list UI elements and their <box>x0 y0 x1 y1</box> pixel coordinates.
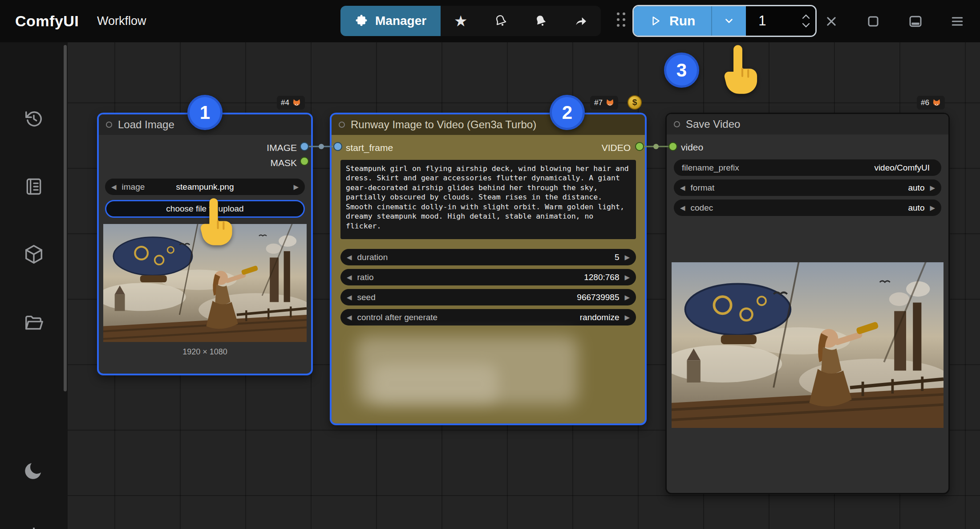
comfyui-app: Load Image IMAGE MASK ◀ image steampunk.… <box>0 0 980 529</box>
manager-button[interactable]: Manager <box>340 6 441 36</box>
pointing-hand-cursor <box>716 44 760 97</box>
history-icon[interactable] <box>21 106 46 131</box>
folder-icon[interactable] <box>21 310 46 335</box>
slot-image-output: IMAGE <box>99 140 311 155</box>
decrement-arrow-icon[interactable]: ◀ <box>347 253 352 261</box>
settings-gear-icon[interactable] <box>21 525 46 529</box>
codec-widget[interactable]: ◀ codec auto ▶ <box>674 199 941 216</box>
batch-count-field[interactable]: 1 <box>746 6 815 36</box>
prev-arrow-icon[interactable]: ◀ <box>111 183 117 191</box>
format-widget[interactable]: ◀ format auto ▶ <box>674 179 941 196</box>
image-selector[interactable]: ◀ image steampunk.png ▶ <box>105 179 305 195</box>
fox-icon <box>932 98 941 107</box>
slot-row: start_frame VIDEO <box>332 140 645 155</box>
increment-arrow-icon[interactable]: ▶ <box>930 204 935 212</box>
count-steppers[interactable] <box>802 6 810 36</box>
control-after-generate-widget[interactable]: ◀ control after generate randomize ▶ <box>340 309 636 326</box>
ratio-widget[interactable]: ◀ ratio 1280:768 ▶ <box>340 269 636 285</box>
decrement-arrow-icon[interactable]: ◀ <box>347 313 352 321</box>
node-title: Save Video <box>686 118 740 130</box>
close-icon[interactable] <box>820 10 842 33</box>
puzzle-icon <box>355 14 368 28</box>
increment-arrow-icon[interactable]: ▶ <box>624 253 630 261</box>
top-menubar: ComfyUI Workflow Manager ★ <box>0 0 980 42</box>
sidebar <box>0 42 68 529</box>
node-id-badge: #7 <box>590 96 618 110</box>
node-status-dot <box>106 122 112 128</box>
increment-arrow-icon[interactable]: ▶ <box>624 273 630 281</box>
decrement-arrow-icon[interactable]: ◀ <box>347 293 352 301</box>
node-id-badge: #4 <box>277 96 305 110</box>
node-runway-image-to-video[interactable]: Runway Image to Video (Gen3a Turbo) star… <box>330 113 647 425</box>
app-logo: ComfyUI <box>15 0 79 42</box>
duration-widget[interactable]: ◀ duration 5 ▶ <box>340 249 636 265</box>
share-icon[interactable] <box>561 6 601 36</box>
video-preview <box>672 262 944 428</box>
fox-icon <box>292 98 301 107</box>
seed-widget[interactable]: ◀ seed 966739985 ▶ <box>340 289 636 305</box>
workflow-menu[interactable]: Workflow <box>97 0 146 42</box>
image-resolution: 1920 × 1080 <box>99 347 311 357</box>
decrement-arrow-icon[interactable]: ◀ <box>680 184 685 192</box>
increment-arrow-icon[interactable]: ▶ <box>624 293 630 301</box>
node-status-dot <box>339 122 345 128</box>
decrement-arrow-icon[interactable]: ◀ <box>347 273 352 281</box>
slot-video-output: VIDEO <box>602 142 645 153</box>
pointing-hand-cursor <box>192 197 235 248</box>
node-id-badge: #6 <box>917 96 945 110</box>
focus-mode-icon[interactable] <box>862 10 884 33</box>
node-header[interactable]: Runway Image to Video (Gen3a Turbo) <box>332 114 645 135</box>
next-arrow-icon[interactable]: ▶ <box>293 183 299 191</box>
step-marker-3: 3 <box>664 53 699 88</box>
prompt-textarea[interactable]: Steampunk girl on flying airship deck, w… <box>340 160 636 239</box>
run-options-dropdown[interactable] <box>711 6 746 36</box>
caret-up-icon[interactable] <box>802 14 810 19</box>
api-cost-badge: $ <box>628 95 642 110</box>
node-title: Load Image <box>118 118 174 131</box>
sidebar-scrollbar[interactable] <box>64 45 67 391</box>
slot-video-input: video <box>667 140 948 155</box>
node-save-video[interactable]: Save Video video filename_prefix video/C… <box>665 113 950 494</box>
hamburger-menu-icon[interactable] <box>946 10 968 33</box>
center-toolbar: Manager ★ <box>340 6 601 36</box>
run-controls: Run 1 <box>632 5 817 37</box>
fox-icon <box>606 98 614 107</box>
slot-start-frame-input: start_frame <box>332 142 393 153</box>
node-title: Runway Image to Video (Gen3a Turbo) <box>351 118 536 131</box>
node-header[interactable]: Save Video <box>667 114 948 134</box>
mask-icon[interactable] <box>481 6 521 36</box>
workflows-log-icon[interactable] <box>21 174 46 199</box>
play-icon <box>650 15 661 27</box>
node-status-dot <box>674 121 680 127</box>
mask-icon-alt[interactable] <box>521 6 561 36</box>
filename-prefix-widget[interactable]: filename_prefix video/ComfyUI <box>674 159 941 176</box>
theme-moon-icon[interactable] <box>21 458 46 483</box>
chevron-down-icon <box>723 15 735 27</box>
decrement-arrow-icon[interactable]: ◀ <box>680 204 685 212</box>
bottom-panel-icon[interactable] <box>904 10 927 33</box>
models-cube-icon[interactable] <box>21 242 46 267</box>
step-marker-2: 2 <box>550 95 585 130</box>
slot-mask-output: MASK <box>99 155 311 171</box>
star-icon[interactable]: ★ <box>441 6 481 36</box>
caret-down-icon[interactable] <box>802 23 810 28</box>
toolbar-drag-handle-icon[interactable] <box>617 12 625 27</box>
increment-arrow-icon[interactable]: ▶ <box>624 313 630 321</box>
step-marker-1: 1 <box>187 95 223 130</box>
increment-arrow-icon[interactable]: ▶ <box>930 184 935 192</box>
run-button[interactable]: Run <box>634 6 711 36</box>
blurred-preview <box>372 364 498 404</box>
